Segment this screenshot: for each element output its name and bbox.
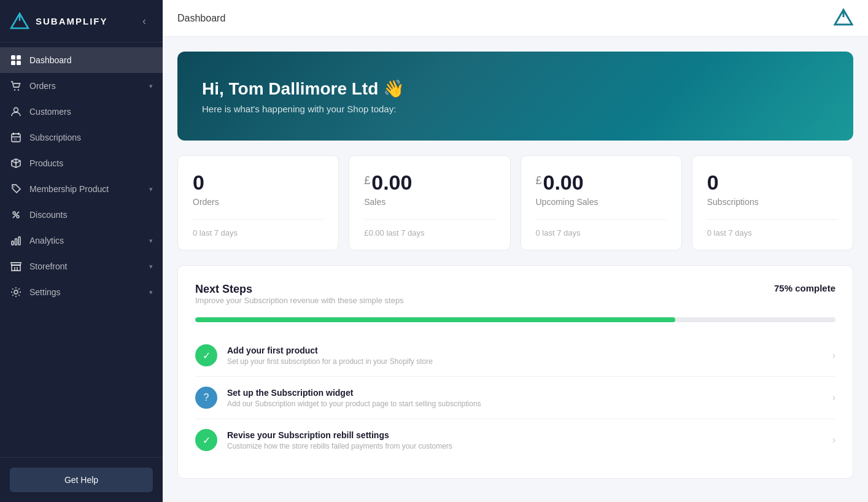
cart-icon	[10, 80, 22, 92]
svg-rect-19	[12, 241, 14, 245]
svg-point-6	[14, 89, 15, 90]
svg-rect-4	[11, 61, 15, 65]
next-steps-subtitle: Improve your Subscription revenue with t…	[195, 296, 404, 305]
svg-point-24	[14, 290, 18, 294]
step-content-rebill: Revise your Subscription rebill settings…	[227, 430, 823, 450]
stat-sub-sales: £0.00 last 7 days	[364, 219, 495, 237]
gear-icon	[10, 286, 22, 298]
step-item-add-product[interactable]: ✓ Add your first product Set up your fir…	[195, 334, 835, 377]
chevron-down-icon: ▾	[149, 288, 153, 296]
step-title-add-product: Add your first product	[227, 346, 823, 355]
sidebar-item-analytics[interactable]: Analytics ▾	[0, 228, 163, 253]
topbar-logo	[834, 7, 853, 29]
page-title: Dashboard	[177, 13, 225, 24]
svg-rect-2	[11, 55, 15, 60]
svg-rect-20	[15, 239, 17, 245]
progress-bar-fill	[195, 317, 675, 322]
stat-card-subscriptions: 0 Subscriptions 0 last 7 days	[692, 155, 853, 250]
step-icon-done: ✓	[195, 344, 217, 366]
topbar: Dashboard	[163, 0, 868, 37]
step-icon-done-2: ✓	[195, 429, 217, 451]
logo-icon	[10, 11, 29, 31]
sidebar-item-orders[interactable]: Orders ▾	[0, 73, 163, 99]
step-title-rebill: Revise your Subscription rebill settings	[227, 430, 823, 440]
next-steps-title-group: Next Steps Improve your Subscription rev…	[195, 283, 404, 315]
sidebar-item-label: Analytics	[29, 236, 64, 245]
sidebar-item-membership-product[interactable]: Membership Product ▾	[0, 176, 163, 202]
sidebar-item-subscriptions[interactable]: 31 Subscriptions	[0, 125, 163, 150]
stat-value-orders: 0	[193, 171, 324, 195]
sidebar-item-customers[interactable]: Customers	[0, 99, 163, 125]
content-area: Hi, Tom Dallimore Ltd 👋 Here is what's h…	[163, 37, 868, 502]
logo-text: SUBAMPLIFY	[36, 16, 108, 26]
get-help-button[interactable]: Get Help	[10, 468, 153, 492]
svg-point-15	[14, 187, 15, 188]
progress-bar	[195, 317, 835, 322]
chevron-down-icon: ▾	[149, 263, 153, 271]
person-icon	[10, 106, 22, 118]
sidebar-item-label: Membership Product	[29, 184, 109, 194]
grid-icon	[10, 54, 22, 66]
hero-subtitle: Here is what's happening with your Shop …	[202, 104, 829, 114]
step-desc-widget: Add our Subscription widget to your prod…	[227, 400, 823, 408]
svg-point-7	[18, 89, 19, 90]
svg-rect-3	[17, 55, 21, 60]
chevron-down-icon: ▾	[149, 82, 153, 90]
svg-text:31: 31	[14, 137, 17, 141]
chevron-right-icon: ›	[832, 434, 835, 446]
calendar-icon: 31	[10, 131, 22, 144]
sidebar-item-label: Customers	[29, 107, 71, 117]
next-steps-title: Next Steps	[195, 283, 404, 296]
svg-point-8	[14, 108, 18, 112]
chevron-right-icon: ›	[832, 350, 835, 361]
box-icon	[10, 157, 22, 169]
svg-point-17	[17, 215, 19, 218]
sidebar-nav: Dashboard Orders ▾ Customers	[0, 42, 163, 457]
stat-label-sales: Sales	[364, 197, 495, 207]
stat-label-upcoming-sales: Upcoming Sales	[536, 197, 667, 207]
main-content: Dashboard Hi, Tom Dallimore Ltd 👋 Here i…	[163, 0, 868, 502]
next-steps-completion: 75% complete	[774, 283, 835, 293]
stat-value-upcoming-sales: £ 0.00	[536, 171, 667, 195]
sidebar: SUBAMPLIFY ‹ Dashboard	[0, 0, 163, 502]
sidebar-item-discounts[interactable]: Discounts	[0, 202, 163, 228]
sidebar-item-label: Subscriptions	[29, 133, 81, 142]
sidebar-toggle[interactable]: ‹	[136, 12, 153, 29]
discount-icon	[10, 209, 22, 221]
stats-row: 0 Orders 0 last 7 days £ 0.00 Sales £0.0…	[177, 155, 853, 250]
sidebar-item-label: Settings	[29, 287, 61, 297]
chart-icon	[10, 234, 22, 247]
hero-banner: Hi, Tom Dallimore Ltd 👋 Here is what's h…	[177, 52, 853, 141]
step-item-rebill[interactable]: ✓ Revise your Subscription rebill settin…	[195, 419, 835, 461]
sidebar-item-storefront[interactable]: Storefront ▾	[0, 253, 163, 279]
next-steps-header: Next Steps Improve your Subscription rev…	[195, 283, 835, 315]
stat-card-upcoming-sales: £ 0.00 Upcoming Sales 0 last 7 days	[521, 155, 682, 250]
svg-line-18	[13, 212, 19, 218]
stat-label-orders: Orders	[193, 197, 324, 207]
stat-value-subscriptions: 0	[707, 171, 838, 195]
hero-title: Hi, Tom Dallimore Ltd 👋	[202, 79, 829, 99]
sidebar-item-label: Discounts	[29, 210, 67, 220]
step-content-widget: Set up the Subscription widget Add our S…	[227, 388, 823, 408]
sidebar-item-label: Products	[29, 158, 63, 168]
step-desc-add-product: Set up your first subscription for a pro…	[227, 357, 823, 366]
stat-sub-orders: 0 last 7 days	[193, 219, 324, 237]
sidebar-item-products[interactable]: Products	[0, 150, 163, 176]
stat-label-subscriptions: Subscriptions	[707, 197, 838, 207]
stat-card-orders: 0 Orders 0 last 7 days	[177, 155, 339, 250]
chevron-right-icon: ›	[832, 392, 835, 403]
step-icon-pending: ?	[195, 387, 217, 409]
logo-area: SUBAMPLIFY ‹	[0, 0, 163, 42]
svg-point-16	[13, 212, 15, 214]
sidebar-item-label: Orders	[29, 81, 56, 91]
store-icon	[10, 260, 22, 272]
chevron-down-icon: ▾	[149, 237, 153, 245]
stat-sub-upcoming-sales: 0 last 7 days	[536, 219, 667, 237]
stat-card-sales: £ 0.00 Sales £0.00 last 7 days	[349, 155, 510, 250]
sidebar-item-settings[interactable]: Settings ▾	[0, 279, 163, 305]
svg-rect-21	[18, 237, 20, 245]
step-item-widget[interactable]: ? Set up the Subscription widget Add our…	[195, 377, 835, 419]
stat-sub-subscriptions: 0 last 7 days	[707, 219, 838, 237]
sidebar-item-dashboard[interactable]: Dashboard	[0, 47, 163, 73]
chevron-down-icon: ▾	[149, 185, 153, 193]
